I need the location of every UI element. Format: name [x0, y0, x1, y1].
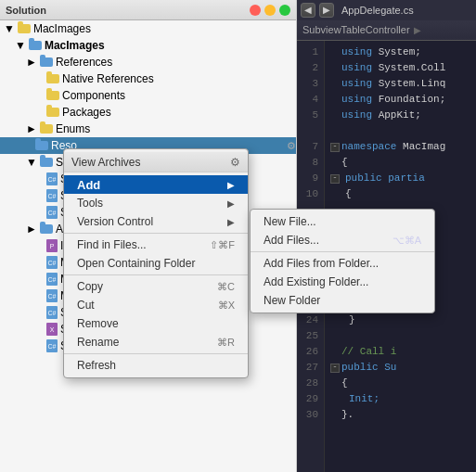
add-submenu: New File... Add Files... ⌥⌘A Add Files f… [250, 209, 435, 313]
menu-shortcut: ⌥⌘A [392, 235, 421, 247]
folder-icon [40, 124, 53, 134]
editor-header: ◀ ▶ AppDelegate.cs SubviewTableControlle… [297, 0, 476, 41]
submenu-add-files-folder[interactable]: Add Files from Folder... [251, 254, 434, 273]
code-line: { [330, 376, 470, 391]
code-line [330, 328, 470, 344]
menu-item-label: Open Containing Folder [77, 257, 195, 270]
menu-item-label: Rename [77, 336, 119, 349]
folder-icon [46, 74, 59, 83]
code-line: - public Su [330, 360, 470, 376]
menu-item-label: Add Existing Folder... [264, 275, 368, 288]
tree-item-references[interactable]: ► References [0, 54, 296, 70]
code-line: - public partia [330, 171, 470, 186]
menu-item-label: New File... [264, 215, 316, 228]
code-line: } [330, 313, 470, 328]
menu-item-label: Find in Files... [77, 238, 147, 251]
collapse-arrow: ▼ [4, 22, 15, 35]
code-line: using Foundation; [330, 92, 470, 108]
menu-shortcut: ⌘C [217, 281, 235, 293]
folder-icon [46, 108, 59, 117]
code-line: { [330, 155, 470, 171]
collapse-arrow: ► [26, 56, 37, 69]
collapse-button[interactable]: - [330, 174, 340, 184]
collapse-arrow: ► [26, 223, 37, 236]
forward-button[interactable]: ▶ [319, 3, 334, 18]
maximize-button[interactable] [279, 5, 290, 16]
tree-item-native-references[interactable]: Native References [0, 70, 296, 87]
menu-item-label: Refresh [77, 359, 116, 372]
menu-item-label: New Folder [264, 294, 320, 307]
breadcrumb-controller[interactable]: SubviewTableController [302, 24, 410, 35]
tree-item-macimages-root[interactable]: ▼ MacImages [0, 20, 296, 37]
cs-file-icon: C# [46, 273, 58, 286]
cs-file-icon: C# [46, 189, 58, 202]
collapse-arrow: ▼ [26, 156, 37, 169]
submenu-new-folder[interactable]: New Folder [251, 291, 434, 310]
tree-item-macimages-project[interactable]: ▼ MacImages [0, 37, 296, 54]
folder-icon [46, 91, 59, 100]
close-button[interactable] [250, 5, 261, 16]
back-button[interactable]: ◀ [301, 3, 315, 18]
collapse-arrow: ▼ [15, 39, 26, 52]
filename-tab[interactable]: AppDelegate.cs [341, 5, 414, 16]
tree-item-components[interactable]: Components [0, 87, 296, 104]
menu-sep-3 [64, 353, 248, 354]
cs-file-icon: C# [46, 206, 58, 219]
breadcrumb-bar: SubviewTableController ▶ [297, 20, 476, 41]
tree-item-label: MacImages [33, 22, 91, 35]
collapse-button[interactable]: - [330, 143, 340, 152]
context-menu-cut[interactable]: Cut ⌘X [64, 296, 248, 314]
menu-item-label: Version Control [77, 215, 153, 228]
menu-item-label: Remove [77, 317, 119, 330]
tree-item-label: Components [62, 89, 125, 102]
tree-item-label: References [56, 56, 112, 69]
context-menu-open-containing-folder[interactable]: Open Containing Folder [64, 254, 248, 273]
menu-sep-1 [64, 233, 248, 234]
menu-shortcut: ⇧⌘F [210, 239, 235, 251]
folder-icon [40, 158, 53, 167]
submenu-new-file[interactable]: New File... [251, 212, 434, 231]
submenu-arrow-icon: ▶ [227, 180, 235, 190]
context-menu-version-control[interactable]: Version Control ▶ [64, 212, 248, 231]
solution-explorer: Solution ▼ MacImages ▼ MacImages ► Refer… [0, 0, 297, 472]
plist-file-icon: P [46, 239, 58, 252]
breadcrumb-separator: ▶ [414, 25, 421, 35]
folder-icon [40, 57, 53, 67]
tree-item-label: Packages [62, 106, 111, 119]
submenu-add-files[interactable]: Add Files... ⌥⌘A [251, 231, 434, 249]
code-line [330, 123, 470, 139]
gear-icon[interactable]: ⚙ [287, 140, 296, 152]
cs-file-icon: C# [46, 289, 58, 302]
view-archives-label: View Archives [71, 156, 140, 169]
submenu-add-existing-folder[interactable]: Add Existing Folder... [251, 273, 434, 291]
code-line: // Call i [330, 344, 470, 360]
submenu-arrow-icon: ▶ [227, 217, 235, 227]
context-menu-tools[interactable]: Tools ▶ [64, 194, 248, 212]
context-menu-rename[interactable]: Rename ⌘R [64, 333, 248, 351]
tree-item-enums[interactable]: ► Enums [0, 121, 296, 137]
context-menu-refresh[interactable]: Refresh [64, 356, 248, 375]
menu-item-label: Add Files from Folder... [264, 257, 379, 270]
xib-file-icon: X [46, 323, 58, 336]
cs-file-icon: C# [46, 306, 58, 319]
folder-icon [35, 141, 48, 150]
context-menu-find-in-files[interactable]: Find in Files... ⇧⌘F [64, 236, 248, 254]
tree-item-packages[interactable]: Packages [0, 104, 296, 121]
tree-item-label: Enums [56, 122, 90, 135]
submenu-arrow-icon: ▶ [227, 198, 235, 209]
code-line: { [330, 186, 470, 202]
folder-icon [29, 41, 42, 50]
minimize-button[interactable] [264, 5, 276, 16]
code-line: Init; [330, 391, 470, 407]
menu-item-label: Add Files... [264, 234, 319, 247]
menu-shortcut: ⌘X [218, 300, 235, 312]
cs-file-icon: C# [46, 172, 58, 185]
gear-icon[interactable]: ⚙ [230, 156, 240, 169]
context-menu-remove[interactable]: Remove [64, 314, 248, 333]
submenu-separator [251, 251, 434, 252]
context-menu-add[interactable]: Add ▶ New File... Add Files... ⌥⌘A Add F… [64, 175, 248, 194]
collapse-button[interactable]: - [330, 364, 340, 373]
context-menu-copy[interactable]: Copy ⌘C [64, 277, 248, 296]
code-line: - namespace MacImag [330, 139, 470, 155]
cs-file-icon: C# [46, 256, 58, 269]
